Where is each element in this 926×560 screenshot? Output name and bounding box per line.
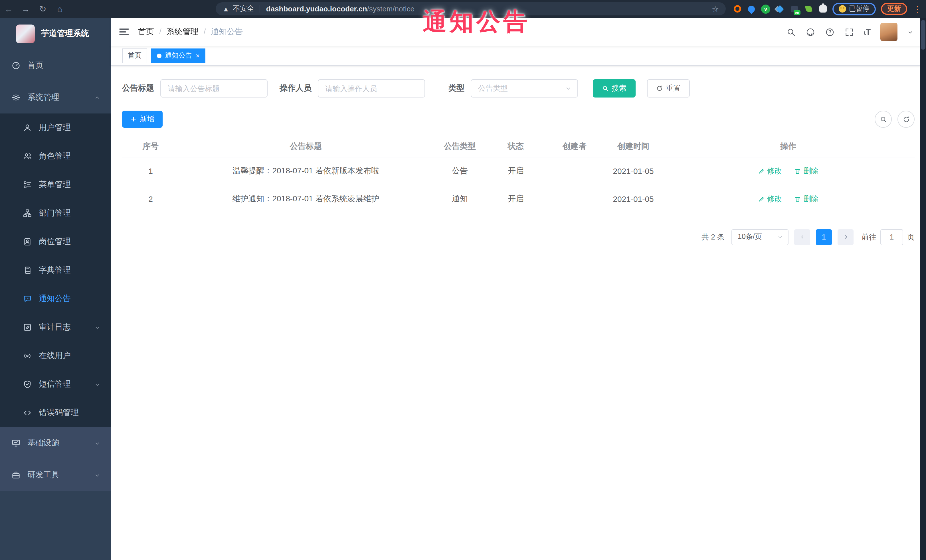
avatar-caret-down-icon[interactable]	[907, 29, 914, 35]
extension-blue-pin-icon[interactable]	[747, 4, 756, 14]
app-title: 芋道管理系统	[41, 29, 89, 39]
pagination: 共 2 条 10条/页 1 前往 页	[122, 229, 915, 245]
add-button[interactable]: 新增	[122, 111, 163, 128]
app-logo[interactable]: 芋道管理系统	[0, 18, 111, 50]
chevron-down-icon	[94, 324, 100, 331]
reset-button[interactable]: 重置	[647, 79, 690, 98]
chevron-left-icon	[799, 234, 805, 240]
pencil-icon	[758, 195, 765, 202]
goto-page-input[interactable]	[881, 229, 903, 245]
tag-home[interactable]: 首页	[122, 48, 147, 63]
book-icon	[23, 266, 32, 275]
notice-type-select[interactable]: 公告类型	[471, 79, 578, 98]
breadcrumb-home[interactable]: 首页	[138, 27, 162, 37]
browser-menu-kebab-icon[interactable]: ⋮	[912, 4, 923, 14]
sidebar-item-roles[interactable]: 角色管理	[0, 142, 111, 171]
extension-leaf-icon[interactable]	[804, 4, 813, 14]
browser-update-button[interactable]: 更新	[881, 3, 907, 15]
search-button[interactable]: 搜索	[593, 79, 635, 98]
type-label: 类型	[448, 83, 465, 94]
active-tag-dot-icon	[157, 53, 162, 58]
trash-icon	[794, 195, 801, 202]
chevron-down-icon	[777, 234, 783, 240]
delete-link[interactable]: 删除	[794, 193, 819, 204]
prev-page-button[interactable]	[794, 229, 810, 245]
breadcrumb-system[interactable]: 系统管理	[166, 27, 206, 37]
scrollbar-thumb[interactable]	[921, 20, 925, 50]
extension-gem-icon[interactable]	[775, 4, 784, 14]
bookmark-star-icon[interactable]: ☆	[712, 4, 719, 14]
pencil-icon	[758, 168, 765, 174]
url-host: dashboard.yudao.iocoder.cn	[266, 5, 367, 13]
profile-paused-pill[interactable]: 已暂停	[832, 3, 876, 15]
page-size-select[interactable]: 10条/页	[731, 229, 788, 245]
sidebar-item-depts[interactable]: 部门管理	[0, 199, 111, 228]
browser-scrollbar[interactable]	[920, 18, 926, 560]
sidebar-item-dict[interactable]: 字典管理	[0, 256, 111, 285]
roles-icon	[23, 152, 32, 161]
delete-link[interactable]: 删除	[794, 166, 819, 176]
notice-title-label: 公告标题	[122, 83, 154, 94]
extension-orange-ring-icon[interactable]	[732, 4, 742, 14]
emoji-avatar-icon	[839, 5, 846, 12]
sidebar-item-menus[interactable]: 菜单管理	[0, 171, 111, 199]
table-header-row: 序号 公告标题 公告类型 状态 创建者 创建时间 操作	[122, 136, 915, 157]
operator-input[interactable]	[318, 79, 425, 98]
avatar[interactable]	[881, 23, 897, 41]
fullscreen-icon[interactable]	[844, 27, 854, 37]
sidebar-item-users[interactable]: 用户管理	[0, 113, 111, 142]
breadcrumb: 首页 系统管理 通知公告	[138, 27, 243, 37]
refresh-icon	[902, 115, 910, 123]
sidebar-item-error-codes[interactable]: 错误码管理	[0, 398, 111, 427]
sidebar-item-posts[interactable]: 岗位管理	[0, 228, 111, 256]
extension-database-icon[interactable]: on	[790, 4, 799, 14]
chevron-down-icon	[565, 85, 572, 92]
edit-link[interactable]: 修改	[758, 166, 782, 176]
sidebar-item-home[interactable]: 首页	[0, 50, 111, 82]
org-chart-icon	[23, 209, 32, 218]
edit-link[interactable]: 修改	[758, 193, 782, 204]
next-page-button[interactable]	[838, 229, 853, 245]
notice-title-input[interactable]	[160, 79, 268, 98]
id-badge-icon	[23, 237, 32, 246]
font-size-icon[interactable]: tT	[864, 27, 871, 36]
notice-table: 序号 公告标题 公告类型 状态 创建者 创建时间 操作 1 温馨提醒：2018-	[122, 136, 915, 213]
toggle-search-button[interactable]	[875, 111, 892, 128]
page-number-active[interactable]: 1	[816, 229, 832, 245]
cell-status: 开启	[487, 157, 544, 185]
gear-icon	[11, 93, 21, 102]
col-creator: 创建者	[544, 136, 605, 157]
sidebar-item-online-users[interactable]: 在线用户	[0, 341, 111, 370]
reload-icon[interactable]: ↻	[34, 4, 51, 14]
extension-on-badge: on	[794, 10, 800, 15]
sidebar-item-infra[interactable]: 基础设施	[0, 427, 111, 459]
sidebar-item-devtools[interactable]: 研发工具	[0, 459, 111, 491]
tag-close-icon[interactable]: ×	[196, 52, 200, 59]
cell-type: 公告	[433, 157, 487, 185]
forward-icon[interactable]: →	[17, 4, 34, 14]
back-icon[interactable]: ←	[0, 4, 17, 14]
warning-icon: ▲	[222, 5, 229, 13]
home-icon[interactable]: ⌂	[51, 4, 68, 14]
menu-tree-icon	[23, 180, 32, 189]
refresh-table-button[interactable]	[897, 111, 915, 128]
operator-label: 操作人员	[280, 83, 312, 94]
plus-icon	[130, 116, 137, 122]
cell-creator	[544, 157, 605, 185]
hamburger-icon[interactable]	[111, 18, 138, 46]
trash-icon	[794, 168, 801, 174]
chevron-down-icon	[94, 440, 100, 446]
cell-index: 1	[122, 157, 179, 185]
tag-notice[interactable]: 通知公告 ×	[151, 48, 206, 63]
url-path: /system/notice	[367, 5, 415, 13]
docs-help-icon[interactable]	[825, 27, 835, 37]
sidebar-item-notice[interactable]: 通知公告	[0, 285, 111, 313]
sidebar-item-audit-log[interactable]: 审计日志	[0, 313, 111, 341]
header-search-icon[interactable]	[786, 27, 796, 37]
extension-green-circle-icon[interactable]: v	[761, 4, 770, 14]
github-icon[interactable]	[806, 27, 815, 37]
extensions-puzzle-icon[interactable]	[818, 4, 827, 14]
sidebar-item-sms[interactable]: 短信管理	[0, 370, 111, 398]
sidebar-item-system[interactable]: 系统管理	[0, 82, 111, 113]
chevron-down-icon	[94, 381, 100, 388]
